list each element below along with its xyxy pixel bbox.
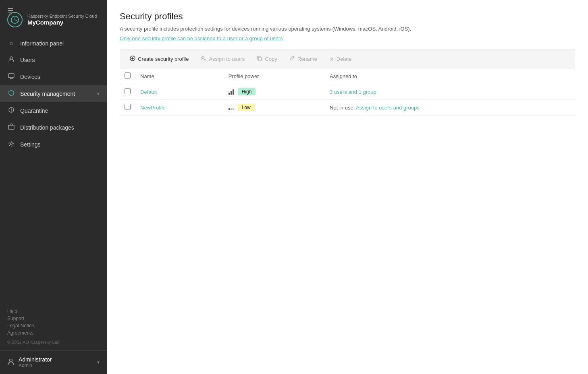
sidebar-item-label: Information panel	[20, 40, 100, 47]
create-security-profile-button[interactable]: Create security profile	[124, 53, 194, 65]
copyright-text: © 2022 AO Kaspersky Lab	[7, 340, 100, 345]
chevron-down-icon: ▾	[97, 91, 100, 97]
user-avatar-icon	[7, 358, 15, 367]
delete-button[interactable]: ✕ Delete	[324, 54, 357, 65]
copy-label: Copy	[265, 56, 277, 62]
users-icon	[7, 56, 15, 64]
user-info: Administrator Admin	[19, 356, 93, 368]
user-name: Administrator	[19, 356, 93, 363]
row-select-checkbox[interactable]	[125, 88, 131, 94]
not-in-use-text: Not in use.	[330, 105, 355, 111]
assign-to-users-button[interactable]: Assign to users	[195, 53, 250, 65]
sidebar-nav: ○ Information panel Users Devices Securi…	[0, 33, 107, 301]
sidebar-user[interactable]: Administrator Admin ▾	[0, 350, 107, 374]
sidebar-item-label: Settings	[20, 141, 100, 148]
copy-icon	[257, 56, 262, 62]
select-all-header	[120, 68, 135, 84]
sidebar-item-label: Distribution packages	[20, 124, 100, 131]
svg-point-5	[10, 143, 12, 145]
svg-point-1	[10, 57, 12, 59]
rename-button[interactable]: Rename	[284, 53, 323, 65]
assigned-link[interactable]: 3 users and 1 group	[330, 89, 376, 95]
svg-point-6	[10, 359, 12, 362]
svg-rect-2	[8, 74, 14, 78]
row-checkbox-cell	[120, 100, 135, 116]
page-description: A security profile includes protection s…	[120, 26, 575, 32]
info-icon: ○	[7, 40, 15, 47]
brand-name-top: Kaspersky Endpoint Security Cloud	[27, 14, 97, 19]
profile-name-cell: Default	[135, 84, 224, 100]
copy-button[interactable]: Copy	[251, 53, 283, 65]
toolbar: Create security profile Assign to users …	[120, 50, 575, 68]
power-badge-low: Low	[238, 104, 255, 111]
user-role: Admin	[19, 363, 93, 368]
sidebar: ☰ Kaspersky Endpoint Security Cloud MyCo…	[0, 0, 107, 374]
sidebar-item-distribution-packages[interactable]: Distribution packages	[0, 119, 107, 136]
distribution-icon	[7, 124, 15, 132]
sidebar-item-information-panel[interactable]: ○ Information panel	[0, 35, 107, 52]
devices-icon	[7, 73, 15, 81]
settings-icon	[7, 141, 15, 149]
sidebar-item-quarantine[interactable]: Quarantine	[0, 102, 107, 119]
delete-label: Delete	[337, 56, 352, 62]
sidebar-item-settings[interactable]: Settings	[0, 136, 107, 153]
profile-name-link[interactable]: NewProfile	[140, 105, 166, 111]
profiles-table: Name Profile power Assigned to Default	[120, 68, 575, 116]
sidebar-brand: Kaspersky Endpoint Security Cloud MyComp…	[0, 6, 107, 33]
legal-notice-link[interactable]: Legal Notice	[7, 323, 100, 329]
row-checkbox-cell	[120, 84, 135, 100]
sidebar-item-label: Users	[20, 57, 100, 63]
assigned-to-column-header: Assigned to	[325, 68, 575, 84]
rename-label: Rename	[297, 56, 317, 62]
power-bar-icon-high	[229, 89, 234, 95]
sidebar-item-security-management[interactable]: Security management ▾	[0, 85, 107, 102]
profile-power-cell: Low	[224, 100, 325, 116]
profile-power-cell: High	[224, 84, 325, 100]
sidebar-item-devices[interactable]: Devices	[0, 68, 107, 85]
power-badge-high: High	[238, 88, 256, 95]
assign-to-users-groups-link[interactable]: Assign to users and groups	[356, 105, 420, 111]
page-title: Security profiles	[120, 11, 575, 22]
assign-icon	[201, 56, 206, 62]
profile-power-column-header: Profile power	[224, 68, 325, 84]
brand-text: Kaspersky Endpoint Security Cloud MyComp…	[27, 14, 97, 26]
profile-name-link[interactable]: Default	[140, 89, 157, 95]
create-icon	[130, 56, 135, 62]
svg-rect-9	[258, 57, 262, 61]
sidebar-item-label: Devices	[20, 74, 100, 80]
sidebar-item-label: Quarantine	[20, 107, 100, 114]
quarantine-icon	[7, 107, 15, 115]
table-row: Default High 3 users and 1 group	[120, 84, 575, 100]
svg-rect-4	[8, 125, 14, 129]
table-row: NewProfile Low Not in use. Assign to use…	[120, 100, 575, 116]
create-security-profile-label: Create security profile	[138, 56, 189, 62]
assigned-to-cell: 3 users and 1 group	[325, 84, 575, 100]
user-chevron-icon: ▾	[97, 360, 100, 365]
main-content: Security profiles A security profile inc…	[107, 0, 588, 374]
name-column-header: Name	[135, 68, 224, 84]
sidebar-item-users[interactable]: Users	[0, 52, 107, 68]
support-link[interactable]: Support	[7, 316, 100, 321]
security-icon	[7, 90, 15, 98]
profile-name-cell: NewProfile	[135, 100, 224, 116]
footer-links: Help Support Legal Notice Agreements	[7, 308, 100, 336]
select-all-checkbox[interactable]	[125, 72, 131, 79]
help-link[interactable]: Help	[7, 308, 100, 314]
hamburger-icon[interactable]: ☰	[7, 6, 14, 15]
delete-icon: ✕	[329, 56, 334, 62]
sidebar-footer: Help Support Legal Notice Agreements © 2…	[0, 301, 107, 350]
brand-name-bottom: MyCompany	[27, 19, 97, 26]
sidebar-item-label: Security management	[20, 91, 92, 97]
assign-to-users-label: Assign to users	[209, 56, 245, 62]
agreements-link[interactable]: Agreements	[7, 330, 100, 336]
profile-assignment-link[interactable]: Only one security profile can be assigne…	[120, 35, 283, 41]
power-bar-icon-low	[229, 105, 234, 110]
rename-icon	[289, 56, 295, 62]
assigned-to-cell: Not in use. Assign to users and groups	[325, 100, 575, 116]
row-select-checkbox[interactable]	[125, 104, 131, 110]
